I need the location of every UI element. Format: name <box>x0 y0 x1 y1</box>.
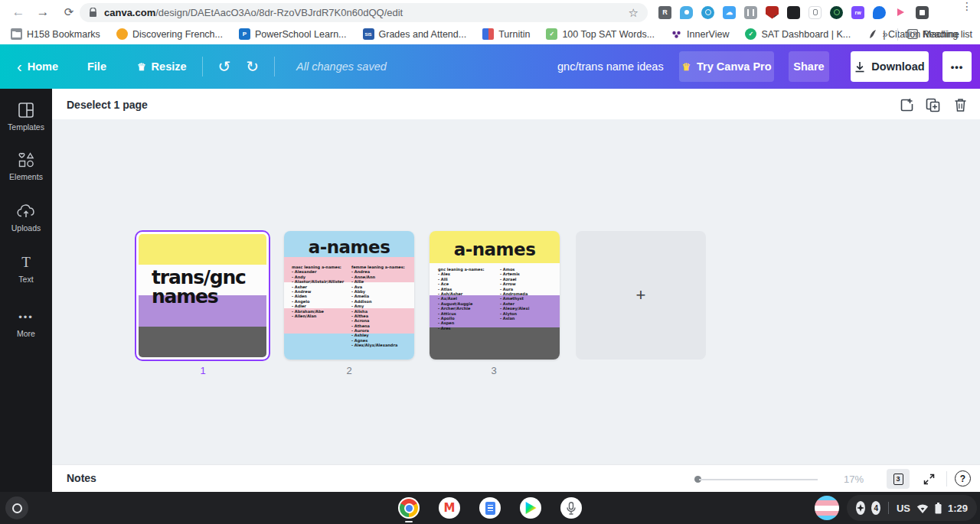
redo-button[interactable]: ↻ <box>246 57 259 76</box>
account-avatar[interactable] <box>815 496 839 520</box>
extension-rw-icon[interactable]: rw <box>851 6 864 19</box>
browser-forward-button[interactable]: → <box>34 3 52 21</box>
divider <box>888 502 889 514</box>
help-button[interactable]: ? <box>955 470 971 487</box>
sidebar-item-text[interactable]: T Text <box>0 254 52 284</box>
chrome-app-icon[interactable] <box>398 497 420 519</box>
undo-button[interactable]: ↺ <box>218 57 231 76</box>
divider <box>202 57 203 76</box>
bookmark-item[interactable]: SIS Grades and Attend... <box>363 28 467 40</box>
grid-view-button[interactable]: 3 <box>887 469 910 489</box>
try-canva-pro-button[interactable]: ♛Try Canva Pro <box>679 51 774 82</box>
mic-app-icon[interactable] <box>560 497 582 519</box>
extensions-puzzle-icon[interactable] <box>916 6 929 19</box>
share-button[interactable]: Share <box>789 51 829 82</box>
bookmark-item[interactable]: ✓ SAT Dashboard | K... <box>745 28 851 40</box>
sidebar-item-elements[interactable]: Elements <box>0 151 52 181</box>
browser-menu-icon[interactable]: ⋮ <box>962 4 972 9</box>
extension-globe-icon[interactable] <box>701 6 714 19</box>
extension-play-icon[interactable] <box>894 6 907 19</box>
active-app-indicator <box>405 521 413 523</box>
bookmark-item[interactable]: P PowerSchool Learn... <box>239 28 347 40</box>
browser-back-button[interactable]: ← <box>9 3 28 21</box>
resize-label: Resize <box>152 60 187 73</box>
file-menu-button[interactable]: File <box>87 60 106 73</box>
bookmark-item[interactable]: InnerView <box>671 28 729 40</box>
url-text: canva.com/design/DAEtAacO3Ao/8dr-RzoVBJr… <box>104 7 403 18</box>
bookmark-item[interactable]: Discovering French... <box>116 28 223 40</box>
extension-lp-icon[interactable] <box>830 6 843 19</box>
extension-pin-icon[interactable] <box>680 6 693 19</box>
delete-page-button[interactable] <box>952 97 968 112</box>
page-title: a-names <box>284 237 414 257</box>
add-page-button[interactable] <box>899 97 914 112</box>
browser-reload-button[interactable]: ⟳ <box>60 3 78 21</box>
orange-dot-icon <box>116 28 128 40</box>
gnc-names-column-2: - Amos- Artemis- Azrael- Arrow- Aura- An… <box>500 267 557 321</box>
resize-button[interactable]: ♛Resize <box>137 60 187 73</box>
fullscreen-button[interactable] <box>921 471 936 487</box>
sidebar-item-more[interactable]: ••• More <box>0 308 52 338</box>
browser-toolbar: ← → ⟳ canva.com/design/DAEtAacO3Ao/8dr-R… <box>0 0 980 44</box>
extension-light-icon[interactable] <box>808 6 822 19</box>
extension-books-icon[interactable] <box>744 6 757 19</box>
gmail-app-icon[interactable]: M <box>439 497 460 519</box>
deselect-pages-button[interactable]: Deselect 1 page <box>67 99 148 111</box>
design-title[interactable]: gnc/trans name ideas <box>557 44 664 89</box>
notes-button[interactable]: Notes <box>67 472 96 484</box>
reading-list-label: Reading list <box>923 29 972 40</box>
extension-dark-icon[interactable] <box>787 6 800 19</box>
address-bar[interactable]: canva.com/design/DAEtAacO3Ao/8dr-RzoVBJr… <box>80 3 648 22</box>
file-label: File <box>87 60 106 73</box>
name-list-item: - Aslan <box>500 316 557 321</box>
bookmark-item[interactable]: ✓ 100 Top SAT Words... <box>546 28 655 40</box>
powerschool-icon: P <box>239 28 250 40</box>
reading-list-button[interactable]: Reading list <box>907 29 972 40</box>
bookmark-label: H158 Bookmarks <box>27 29 100 40</box>
page-thumbnail-1-selected[interactable]: trans/gnc names <box>135 230 270 361</box>
innerview-icon <box>671 28 682 40</box>
extension-shield-icon[interactable]: 6 <box>766 6 779 19</box>
sidebar-item-templates[interactable]: Templates <box>0 102 52 132</box>
url-path: /design/DAEtAacO3Ao/8dr-RzoVBJrdR7K0n60d… <box>155 7 403 18</box>
sidebar-label: Elements <box>9 172 43 181</box>
docs-app-icon[interactable] <box>479 497 501 519</box>
cover-title: trans/gnc names <box>152 269 246 306</box>
sidebar-label: Text <box>18 275 33 284</box>
launcher-button[interactable] <box>5 496 28 519</box>
bookmark-label: Grades and Attend... <box>379 29 467 40</box>
page-1-cover: trans/gnc names <box>139 234 266 357</box>
cover-line-1: trans/gnc <box>152 269 246 288</box>
autosave-status: All changes saved <box>296 60 387 73</box>
bookmark-label: SAT Dashboard | K... <box>761 29 851 40</box>
header-more-button[interactable]: ••• <box>942 51 972 82</box>
download-button[interactable]: Download <box>851 51 929 82</box>
sidebar-item-uploads[interactable]: Uploads <box>0 203 52 233</box>
home-button[interactable]: ‹Home <box>17 58 58 76</box>
play-store-app-icon[interactable] <box>520 497 541 519</box>
extension-r-icon[interactable]: R <box>658 6 671 19</box>
text-icon: T <box>21 254 31 271</box>
citation-quill-icon <box>867 28 878 40</box>
download-icon <box>854 61 865 73</box>
add-page-tile[interactable]: + <box>576 231 706 360</box>
page-thumbnail-2[interactable]: a-names masc leaning a-names: - Alexande… <box>284 231 414 360</box>
zoom-slider-track[interactable] <box>699 479 818 480</box>
canva-footer: Notes 17% 3 ? <box>52 464 980 492</box>
bookmark-item[interactable]: Turnitin <box>482 28 530 40</box>
zoom-percentage: 17% <box>844 474 864 485</box>
bookmark-label: 100 Top SAT Words... <box>562 29 655 40</box>
name-list-item: - Alex/Alyx/Alexandra <box>351 343 411 347</box>
status-tray[interactable]: 4 US 1:29 <box>847 495 977 521</box>
lock-icon <box>89 8 97 18</box>
duplicate-page-button[interactable] <box>926 97 941 112</box>
page-thumbnail-3[interactable]: a-names gnc leaning a-names: - Alex- All… <box>430 231 560 360</box>
bookmark-star-icon[interactable]: ☆ <box>629 6 639 20</box>
bookmark-label: PowerSchool Learn... <box>255 29 347 40</box>
extension-cloud-icon[interactable]: ☁ <box>723 6 736 19</box>
extension-bird-icon[interactable] <box>873 6 886 19</box>
bookmark-label: Discovering French... <box>132 29 223 40</box>
bookmark-folder[interactable]: H158 Bookmarks <box>11 28 100 40</box>
bookmarks-overflow-icon[interactable]: » <box>882 28 887 40</box>
gnc-names-column: gnc leaning a-names: - Alex- Alli- Ace- … <box>438 267 498 330</box>
